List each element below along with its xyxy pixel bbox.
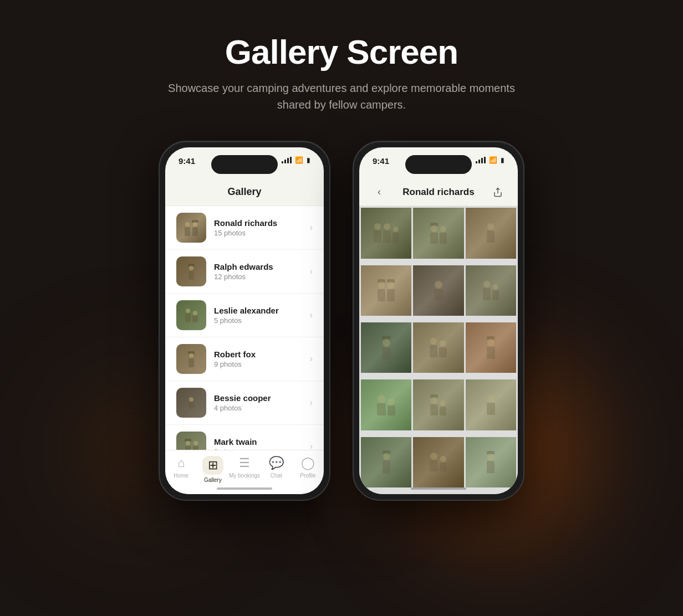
phone2-mute-button [353, 219, 354, 239]
phones-container: 9:41 📶 ▮ Gallery [159, 141, 524, 501]
gallery-item-info-bessie: Bessie cooper 4 photos [214, 393, 310, 412]
gallery-item-count-leslie: 5 photos [214, 316, 310, 325]
chat-icon: 💬 [269, 456, 284, 470]
gallery-item-thumb-ronald [176, 213, 206, 243]
phone2-status-icons: 📶 ▮ [476, 156, 504, 164]
home-indicator-1 [217, 487, 272, 490]
gallery-item-name-ralph: Ralph edwards [214, 262, 310, 271]
photo-cell-2[interactable] [413, 208, 463, 258]
phone1-status-icons: 📶 ▮ [282, 156, 310, 164]
nav-profile-label: Profile [300, 473, 315, 479]
gallery-screen-header: Gallery [165, 178, 324, 206]
phone1-mute-button [159, 219, 160, 239]
gallery-item-bessie-cooper[interactable]: Bessie cooper 4 photos › [165, 381, 324, 425]
photo-cell-12[interactable] [466, 379, 516, 430]
photo-cell-1[interactable] [361, 208, 411, 258]
nav-chat[interactable]: 💬 Chat [261, 456, 292, 479]
phone1-battery-icon: ▮ [307, 156, 310, 164]
gallery-item-info-robert: Robert fox 9 photos [214, 350, 310, 368]
photo-cell-7[interactable] [361, 322, 411, 373]
photo-cell-10[interactable] [361, 379, 411, 430]
phone1-dynamic-island [211, 155, 278, 174]
home-icon: ⌂ [177, 456, 185, 470]
gallery-item-name-robert: Robert fox [214, 350, 310, 359]
photo-cell-6[interactable] [466, 265, 516, 316]
photo-cell-4[interactable] [361, 265, 411, 316]
photo-cell-14[interactable] [413, 437, 463, 487]
gallery-title: Gallery [227, 186, 261, 198]
gallery-item-robert-fox[interactable]: Robert fox 9 photos › [165, 337, 324, 381]
gallery-item-info-ralph: Ralph edwards 12 photos [214, 262, 310, 281]
back-button[interactable]: ‹ [370, 183, 388, 201]
phone-1-frame: 9:41 📶 ▮ Gallery [159, 141, 330, 501]
gallery-item-thumb-bessie [176, 388, 206, 418]
nav-bookings[interactable]: ☰ My bookings [228, 456, 260, 479]
page-title: Gallery Screen [164, 33, 519, 71]
photo-cell-11[interactable] [413, 379, 463, 430]
phone2-wifi-icon: 📶 [489, 156, 497, 164]
bookings-icon: ☰ [239, 456, 250, 470]
share-icon [493, 187, 503, 197]
photo-cell-8[interactable] [413, 322, 463, 373]
gallery-item-info-leslie: Leslie alexander 5 photos [214, 306, 310, 325]
gallery-item-name-mark: Mark twain [214, 437, 310, 446]
gallery-item-mark-twain[interactable]: Mark twain 8 photos › [165, 425, 324, 453]
gallery-item-info-ronald: Ronald richards 15 photos [214, 218, 310, 237]
home-indicator-2 [411, 487, 466, 490]
phone2-vol-up-button [353, 244, 354, 275]
photo-cell-5[interactable] [413, 265, 463, 316]
gallery-item-count-ronald: 15 photos [214, 229, 310, 237]
page-subtitle: Showcase your camping adventures and exp… [164, 80, 519, 113]
gallery-item-thumb-leslie [176, 300, 206, 330]
gallery-item-thumb-ralph [176, 256, 206, 286]
detail-screen-header: ‹ Ronald richards [359, 178, 518, 206]
gallery-item-count-robert: 9 photos [214, 360, 310, 368]
nav-chat-label: Chat [271, 473, 282, 479]
phone2-time: 9:41 [373, 156, 389, 166]
share-button[interactable] [489, 183, 507, 201]
photo-cell-3[interactable] [466, 208, 516, 258]
gallery-item-chevron-robert: › [310, 354, 313, 364]
phone-2-screen: 9:41 📶 ▮ ‹ Ronald richards [359, 147, 518, 494]
gallery-item-leslie-alexander[interactable]: Leslie alexander 5 photos › [165, 294, 324, 337]
phone2-signal-icon [476, 157, 486, 163]
photo-cell-9[interactable] [466, 322, 516, 373]
gallery-item-ralph-edwards[interactable]: Ralph edwards 12 photos › [165, 250, 324, 294]
photo-grid [359, 206, 518, 494]
gallery-item-ronald-richards[interactable]: Ronald richards 15 photos › [165, 206, 324, 250]
nav-profile[interactable]: ◯ Profile [292, 456, 324, 479]
gallery-item-count-ralph: 12 photos [214, 273, 310, 281]
phone2-vol-down-button [353, 280, 354, 311]
phone1-power-button [329, 230, 330, 269]
phone-1-screen: 9:41 📶 ▮ Gallery [165, 147, 324, 494]
gallery-item-chevron-bessie: › [310, 398, 313, 408]
phone2-battery-icon: ▮ [501, 156, 504, 164]
nav-bookings-label: My bookings [229, 473, 260, 479]
gallery-item-chevron-ralph: › [310, 266, 313, 276]
phone-2-frame: 9:41 📶 ▮ ‹ Ronald richards [353, 141, 524, 501]
nav-home-label: Home [174, 473, 188, 479]
phone2-dynamic-island [405, 155, 472, 174]
gallery-item-name-bessie: Bessie cooper [214, 393, 310, 403]
profile-icon: ◯ [301, 456, 315, 470]
phone1-signal-icon [282, 157, 292, 163]
gallery-item-name-leslie: Leslie alexander [214, 306, 310, 315]
phone1-wifi-icon: 📶 [295, 156, 303, 164]
gallery-list: Ronald richards 15 photos › [165, 206, 324, 453]
detail-title: Ronald richards [388, 187, 489, 198]
gallery-item-thumb-robert [176, 344, 206, 374]
nav-gallery[interactable]: ⊞ Gallery [197, 456, 228, 483]
photo-cell-13[interactable] [361, 437, 411, 487]
gallery-item-chevron-ronald: › [310, 223, 313, 233]
gallery-item-chevron-leslie: › [310, 310, 313, 320]
photo-cell-15[interactable] [466, 437, 516, 487]
nav-home[interactable]: ⌂ Home [165, 456, 197, 479]
phone1-vol-up-button [159, 244, 160, 275]
phone2-power-button [523, 230, 524, 269]
phone1-time: 9:41 [179, 156, 195, 166]
gallery-item-count-bessie: 4 photos [214, 404, 310, 412]
gallery-icon: ⊞ [208, 458, 218, 472]
phone1-vol-down-button [159, 280, 160, 311]
page-header: Gallery Screen Showcase your camping adv… [164, 0, 519, 135]
nav-gallery-label: Gallery [204, 477, 222, 483]
